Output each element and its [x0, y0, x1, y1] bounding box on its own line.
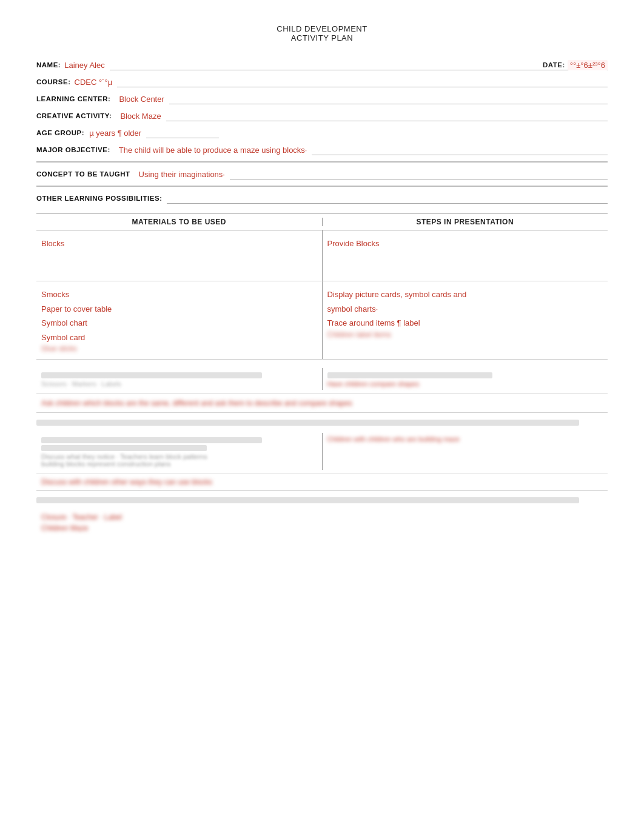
other-learning-row: OTHER LEARNING POSSIBILITIES:	[36, 193, 608, 204]
materials-smocks: Smocks	[41, 287, 317, 301]
blurred-steps-1: Have children compare shapes	[323, 368, 608, 390]
spacer-2	[36, 491, 608, 495]
course-underline	[117, 76, 608, 87]
steps-symbol-charts: symbol charts·	[327, 302, 603, 316]
age-group-row: AGE GROUP: µ years ¶ older	[36, 127, 608, 138]
blurred-row-2: Discuss what they notice · Teachers lear…	[36, 429, 608, 474]
separator-2	[36, 186, 608, 187]
other-learning-underline	[167, 193, 608, 204]
blurred-full-row: Ask children which blocks are the same, …	[36, 394, 608, 413]
age-group-underline	[146, 127, 219, 138]
creative-activity-label: CREATIVE ACTIVITY:	[36, 112, 112, 119]
page-header: CHILD DEVELOPMENT ACTIVITY PLAN	[36, 24, 608, 42]
creative-activity-value: Block Maze	[120, 112, 161, 121]
materials-col-2: Smocks Paper to cover table Symbol chart…	[36, 281, 323, 359]
bottom-section: Scissors · Markers · Labels Have childre…	[36, 364, 608, 538]
blurred-materials-2: Discuss what they notice · Teachers lear…	[36, 433, 323, 470]
date-section: DATE: °°±°6±²³°6	[543, 60, 608, 70]
learning-center-row: LEARNING CENTER: Block Center	[36, 93, 608, 104]
blur-line-4	[41, 445, 207, 451]
materials-symbol-card: Symbol card	[41, 330, 317, 344]
blurred-materials-1: Scissors · Markers · Labels	[36, 368, 323, 390]
materials-header: MATERIALS TO BE USED	[36, 218, 323, 226]
major-objective-underline	[312, 144, 608, 155]
learning-center-underline	[169, 93, 608, 104]
steps-display: Display picture cards, symbol cards and	[327, 287, 603, 301]
materials-col-1: Blocks	[36, 230, 323, 281]
course-value: CDEC °´°µ	[75, 78, 113, 87]
steps-header: STEPS IN PRESENTATION	[323, 218, 608, 226]
concept-label: CONCEPT TO BE TAUGHT	[36, 170, 130, 178]
separator-1	[36, 161, 608, 163]
grey-line-full	[36, 420, 579, 426]
steps-col-1: Provide Blocks	[323, 230, 608, 281]
steps-row1-value: Provide Blocks	[327, 236, 603, 250]
grey-line-full-2	[36, 497, 579, 503]
table-header: MATERIALS TO BE USED STEPS IN PRESENTATI…	[36, 213, 608, 230]
spacer-1	[36, 413, 608, 418]
materials-row1-value: Blocks	[41, 236, 317, 250]
materials-paper: Paper to cover table	[41, 302, 317, 316]
blurred-row-1: Scissors · Markers · Labels Have childre…	[36, 364, 608, 394]
major-objective-value: The child will be able to produce a maze…	[119, 146, 307, 155]
blur-line-3	[41, 437, 262, 443]
name-label: NAME:	[36, 61, 61, 69]
steps-trace: Trace around items ¶ label	[327, 316, 603, 330]
name-underline	[110, 59, 608, 70]
blurred-full-row-2: Discuss with children other ways they ca…	[36, 474, 608, 491]
materials-blurred: Glue sticks	[41, 344, 317, 353]
name-date-row: NAME: Lainey Alec DATE: °°±°6±²³°6	[36, 59, 608, 70]
date-value: °°±°6±²³°6	[568, 60, 608, 70]
blurred-row-3: Closure · Teacher · Label Children Maze	[36, 507, 608, 538]
concept-row: CONCEPT TO BE TAUGHT Using their imagina…	[36, 169, 608, 179]
other-learning-label: OTHER LEARNING POSSIBILITIES:	[36, 195, 162, 202]
date-label: DATE:	[543, 61, 565, 69]
header-line1: CHILD DEVELOPMENT	[36, 24, 608, 33]
major-objective-label: MAJOR OBJECTIVE:	[36, 146, 110, 153]
learning-center-label: LEARNING CENTER:	[36, 95, 110, 102]
blur-line-2	[327, 372, 493, 378]
course-label: COURSE:	[36, 78, 71, 86]
age-group-value: µ years ¶ older	[89, 129, 141, 138]
header-line2: ACTIVITY PLAN	[36, 33, 608, 42]
steps-blurred: Children label items	[327, 330, 603, 339]
major-objective-row: MAJOR OBJECTIVE: The child will be able …	[36, 144, 608, 155]
learning-center-value: Block Center	[119, 95, 164, 104]
steps-col-2: Display picture cards, symbol cards and …	[323, 281, 608, 359]
creative-activity-underline	[166, 110, 608, 121]
creative-activity-row: CREATIVE ACTIVITY: Block Maze	[36, 110, 608, 121]
concept-value: Using their imaginations·	[139, 170, 225, 179]
materials-symbol-chart: Symbol chart	[41, 316, 317, 330]
table-row-1: Blocks Provide Blocks	[36, 230, 608, 281]
blur-line-1	[41, 372, 262, 378]
blurred-steps-2: Children with children who are building …	[323, 433, 608, 470]
age-group-label: AGE GROUP:	[36, 129, 84, 136]
concept-underline	[230, 169, 608, 179]
name-value: Lainey Alec	[64, 61, 105, 70]
table-row-2: Smocks Paper to cover table Symbol chart…	[36, 281, 608, 360]
course-row: COURSE: CDEC °´°µ	[36, 76, 608, 87]
